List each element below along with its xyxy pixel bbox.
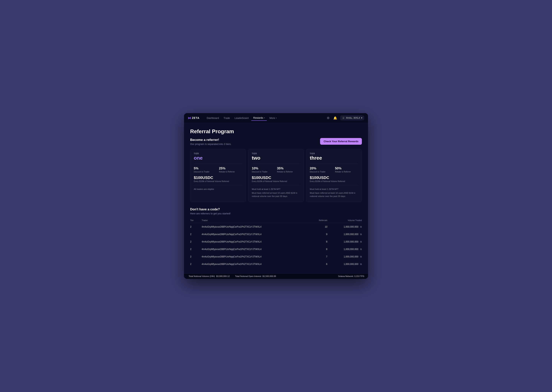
table-row: 2 4m4uGrpMfyavue28BPUsrNqqCsrFw1Ph2TXCzY… xyxy=(190,253,362,260)
tier-two-discount: 10% Discount to Trader xyxy=(252,167,275,173)
cell-tier: 2 xyxy=(190,231,202,238)
tier-three-usdc: $100USDC Every $100k of Notional Volume … xyxy=(310,175,358,182)
navbar: ⋈ ZETA Dashboard Trade Leaderboard Rewar… xyxy=(184,113,368,123)
settings-icon[interactable]: ⚙ xyxy=(326,115,330,121)
cell-tier: 2 xyxy=(190,223,202,231)
bell-icon[interactable]: 🔔 xyxy=(333,115,338,121)
table-header-row: Tier Trader Referrals Volume Traded xyxy=(190,218,362,223)
nav-dashboard[interactable]: Dashboard xyxy=(205,115,221,121)
table-row: 2 4m4uGrpMfyavue28BPUsrNqqCsrFw1Ph2TXCzY… xyxy=(190,231,362,238)
wallet-button[interactable]: 🖥 4m4u...WXL4 ▾ xyxy=(340,115,364,120)
referrer-subtext: Our program is separated into 3 tiers. xyxy=(190,143,231,146)
table-row: 2 4m4uGrpMfyavue28BPUsrNqqCsrFw1Ph2TXCzY… xyxy=(190,223,362,231)
tier-three-divider2 xyxy=(310,185,358,185)
nav-right: ⚙ 🔔 🖥 4m4u...WXL4 ▾ xyxy=(326,115,364,121)
col-volume: Volume Traded xyxy=(327,218,362,223)
cell-tier: 2 xyxy=(190,245,202,253)
col-trader: Trader xyxy=(202,218,304,223)
tier-two-label: TIER xyxy=(252,153,300,155)
check-rewards-button[interactable]: Check Your Referral Rewards xyxy=(320,138,362,145)
tier-three-label: TIER xyxy=(310,153,358,155)
referrer-section: Become a referrer! Our program is separa… xyxy=(190,138,362,146)
cell-tier: 2 xyxy=(190,260,202,268)
copy-icon[interactable]: ⧉ xyxy=(360,255,362,258)
tier-two-stats: 10% Discount to Trader 35% Rebate to Ref… xyxy=(252,167,300,173)
tier-one-discount: 5% Discount to Trader xyxy=(194,167,217,173)
referral-table: Tier Trader Referrals Volume Traded 2 4m… xyxy=(190,218,362,268)
table-section: Don't have a code? Here are referrers to… xyxy=(190,208,362,268)
col-tier: Tier xyxy=(190,218,202,223)
nav-leaderboard[interactable]: Leaderboard xyxy=(233,115,251,121)
tier-one-rebate: 25% Rebate to Referrer xyxy=(219,167,242,173)
nav-rewards[interactable]: Rewards ▾ xyxy=(251,115,267,121)
tier-one-divider xyxy=(194,164,242,164)
network-status: Solana Network: 3,153 TPS xyxy=(338,275,364,277)
nav-trade[interactable]: Trade xyxy=(222,115,232,121)
copy-icon[interactable]: ⧉ xyxy=(360,233,362,236)
cell-volume: 1,000,000,000 ⧉ xyxy=(327,238,362,245)
cell-volume: 1,000,000,000 ⧉ xyxy=(327,260,362,268)
more-chevron-icon: ▾ xyxy=(276,117,277,119)
logo[interactable]: ⋈ ZETA xyxy=(188,116,200,120)
tier-three-rebate: 50% Rebate to Referrer xyxy=(335,167,358,173)
tier-one-name: one xyxy=(194,155,242,161)
rewards-chevron-icon: ▾ xyxy=(264,117,265,119)
referrer-text: Become a referrer! Our program is separa… xyxy=(190,138,231,146)
tier-one-divider2 xyxy=(194,185,242,185)
tier-two-usdc: $100USDC Every $100k of Notional Volume … xyxy=(252,175,300,182)
tier-one-usdc: $100USDC Every $100k of Notional Volume … xyxy=(194,175,242,182)
tier-three-name: three xyxy=(310,155,358,161)
app-window: ⋈ ZETA Dashboard Trade Leaderboard Rewar… xyxy=(184,113,368,279)
tier-two-divider2 xyxy=(252,185,300,185)
tier-cards: TIER one 5% Discount to Trader 25% Rebat… xyxy=(190,149,362,202)
cell-trader: 4m4uGrpMfyavue28BPUsrNqqCsrFw1Ph2TXCzYJT… xyxy=(202,245,304,253)
cell-trader: 4m4uGrpMfyavue28BPUsrNqqCsrFw1Ph2TXCzYJT… xyxy=(202,260,304,268)
tier-three-divider xyxy=(310,164,358,164)
referrer-heading: Become a referrer! xyxy=(190,138,231,142)
tier-three-discount: 20% Discount to Trader xyxy=(310,167,333,173)
cell-trader: 4m4uGrpMfyavue28BPUsrNqqCsrFw1Ph2TXCzYJT… xyxy=(202,223,304,231)
tier-one-label: TIER xyxy=(194,153,242,155)
table-row: 2 4m4uGrpMfyavue28BPUsrNqqCsrFw1Ph2TXCzY… xyxy=(190,260,362,268)
table-heading: Don't have a code? xyxy=(190,208,362,211)
cell-tier: 2 xyxy=(190,238,202,245)
cell-referrals: 8 xyxy=(304,238,327,245)
cell-referrals: 9 xyxy=(304,231,327,238)
cell-trader: 4m4uGrpMfyavue28BPUsrNqqCsrFw1Ph2TXCzYJT… xyxy=(202,231,304,238)
table-row: 2 4m4uGrpMfyavue28BPUsrNqqCsrFw1Ph2TXCzY… xyxy=(190,238,362,245)
page-title: Referral Program xyxy=(190,128,362,134)
cell-referrals: 6 xyxy=(304,260,327,268)
tier-one-eligibility: All traders are eligible xyxy=(194,188,242,191)
tier-three-eligibility: Must hold at least 1 ZETA NFT Must have … xyxy=(310,188,358,198)
cell-trader: 4m4uGrpMfyavue28BPUsrNqqCsrFw1Ph2TXCzYJT… xyxy=(202,238,304,245)
copy-icon[interactable]: ⧉ xyxy=(360,240,362,243)
status-left: Total Notional Volume (24H) $3,000,000.1… xyxy=(188,275,276,277)
volume-status: Total Notional Volume (24H) $3,000,000.1… xyxy=(188,275,230,277)
cell-volume: 1,000,000,000 ⧉ xyxy=(327,245,362,253)
nav-links: Dashboard Trade Leaderboard Rewards ▾ Mo… xyxy=(205,115,326,121)
cell-volume: 1,000,000,000 ⧉ xyxy=(327,223,362,231)
status-bar: Total Notional Volume (24H) $3,000,000.1… xyxy=(184,273,368,279)
cell-volume: 1,000,000,000 ⧉ xyxy=(327,253,362,260)
cell-referrals: 8 xyxy=(304,245,327,253)
copy-icon[interactable]: ⧉ xyxy=(360,263,362,266)
nav-more[interactable]: More ▾ xyxy=(268,115,279,121)
cell-volume: 1,000,000,000 ⧉ xyxy=(327,231,362,238)
tier-three-card: TIER three 20% Discount to Trader 50% Re… xyxy=(306,149,362,202)
copy-icon[interactable]: ⧉ xyxy=(360,248,362,251)
tier-two-rebate: 35% Rebate to Referrer xyxy=(277,167,300,173)
logo-icon: ⋈ xyxy=(188,116,191,120)
tier-two-divider xyxy=(252,164,300,164)
tier-two-card: TIER two 10% Discount to Trader 35% Reba… xyxy=(248,149,304,202)
cell-trader: 4m4uGrpMfyavue28BPUsrNqqCsrFw1Ph2TXCzYJT… xyxy=(202,253,304,260)
tier-one-card: TIER one 5% Discount to Trader 25% Rebat… xyxy=(190,149,246,202)
wallet-chevron-icon: ▾ xyxy=(361,117,362,119)
tier-one-stats: 5% Discount to Trader 25% Rebate to Refe… xyxy=(194,167,242,173)
oi-status: Total Notional Open Interest $1,500,000.… xyxy=(234,275,276,277)
copy-icon[interactable]: ⧉ xyxy=(360,225,362,228)
tier-three-stats: 20% Discount to Trader 50% Rebate to Ref… xyxy=(310,167,358,173)
cell-referrals: 10 xyxy=(304,223,327,231)
cell-tier: 2 xyxy=(190,253,202,260)
wallet-icon: 🖥 xyxy=(342,116,345,119)
col-referrals: Referrals xyxy=(304,218,327,223)
